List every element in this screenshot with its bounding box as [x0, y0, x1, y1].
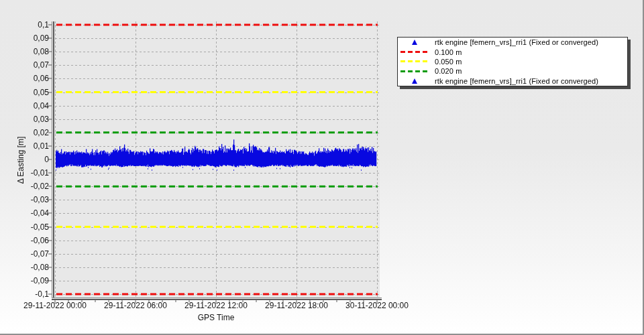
y-tick-label: -0,07 [0, 249, 49, 259]
legend-item-label: rtk engine [femern_vrs]_rri1 (Fixed or c… [435, 77, 598, 85]
legend-item-label: rtk engine [femern_vrs]_rri1 (Fixed or c… [435, 38, 598, 46]
dashed-line-glyph [400, 51, 429, 53]
green-dashed-line-icon [399, 70, 430, 72]
legend-item-label: 0.050 m [435, 58, 462, 66]
y-tick-label: 0,06 [0, 74, 49, 83]
x-tick-label: 29-11-2022 18:00 [260, 301, 333, 310]
x-axis-title: GPS Time [189, 313, 243, 322]
y-tick-label: -0,04 [0, 208, 49, 218]
legend-item-label: 0.100 m [435, 48, 462, 56]
y-tick-label: 0,05 [0, 88, 49, 97]
x-tick-label: 29-11-2022 06:00 [99, 301, 172, 310]
y-tick-label: 0,1 [0, 20, 49, 29]
legend-item-label: 0.020 m [435, 67, 462, 75]
legend-item: rtk engine [femern_vrs]_rri1 (Fixed or c… [398, 38, 627, 47]
legend-item: 0.020 m [398, 66, 627, 76]
legend-item: rtk engine [femern_vrs]_rri1 (Fixed or c… [398, 76, 627, 86]
chart-window: 0,10,090,080,070,060,050,040,030,020,010… [0, 0, 644, 335]
legend-box: rtk engine [femern_vrs]_rri1 (Fixed or c… [397, 37, 628, 86]
legend-item: 0.050 m [398, 57, 627, 66]
x-tick-label: 29-11-2022 00:00 [18, 301, 92, 310]
y-tick-label: -0,1 [0, 289, 49, 299]
y-tick-label: -0,03 [0, 195, 49, 204]
dashed-line-glyph [400, 60, 429, 62]
y-tick-label: -0,05 [0, 222, 49, 232]
triangle-marker-glyph [412, 40, 417, 45]
y-tick-label: 0,03 [0, 115, 49, 124]
red-dashed-line-icon [399, 51, 430, 53]
y-tick-label: 0,07 [0, 60, 49, 70]
legend-item: 0.100 m [398, 47, 627, 56]
y-tick-label: -0,08 [0, 263, 49, 272]
triangle-marker-glyph [412, 78, 417, 84]
triangle-marker-icon [399, 40, 430, 45]
y-tick-label: 0,04 [0, 101, 49, 111]
y-axis-title: Δ Easting [m] [16, 137, 25, 184]
dashed-line-glyph [400, 70, 429, 72]
y-tick-label: 0,09 [0, 34, 49, 43]
x-tick-label: 30-11-2022 00:00 [340, 301, 414, 310]
y-tick-label: 0,08 [0, 47, 49, 56]
y-tick-label: -0,09 [0, 276, 49, 285]
triangle-marker-icon [399, 78, 430, 84]
x-tick-label: 29-11-2022 12:00 [179, 301, 253, 310]
yellow-dashed-line-icon [399, 60, 430, 62]
y-tick-label: -0,06 [0, 236, 49, 245]
